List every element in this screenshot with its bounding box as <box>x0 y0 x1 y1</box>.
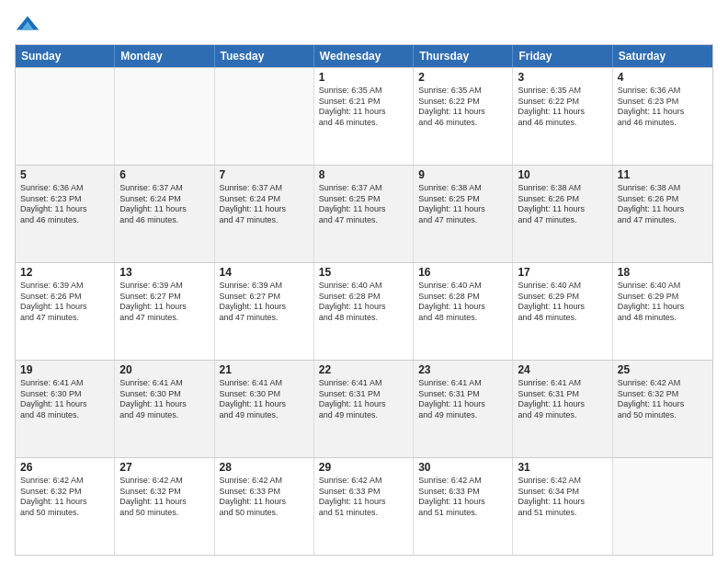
day-info: Sunrise: 6:40 AM Sunset: 6:29 PM Dayligh… <box>518 281 607 324</box>
day-info: Sunrise: 6:41 AM Sunset: 6:31 PM Dayligh… <box>319 378 408 421</box>
calendar-cell: 3Sunrise: 6:35 AM Sunset: 6:22 PM Daylig… <box>513 68 612 165</box>
calendar-cell: 26Sunrise: 6:42 AM Sunset: 6:32 PM Dayli… <box>16 458 115 555</box>
day-info: Sunrise: 6:42 AM Sunset: 6:32 PM Dayligh… <box>119 476 209 519</box>
calendar-cell <box>115 68 214 165</box>
day-number: 19 <box>20 363 109 376</box>
day-info: Sunrise: 6:42 AM Sunset: 6:33 PM Dayligh… <box>319 476 408 519</box>
calendar-header-cell: Thursday <box>414 45 513 67</box>
calendar-cell: 13Sunrise: 6:39 AM Sunset: 6:27 PM Dayli… <box>115 263 214 360</box>
day-info: Sunrise: 6:40 AM Sunset: 6:28 PM Dayligh… <box>418 281 507 324</box>
calendar-week: 19Sunrise: 6:41 AM Sunset: 6:30 PM Dayli… <box>16 360 712 457</box>
day-number: 5 <box>20 168 109 181</box>
calendar-header-cell: Monday <box>115 45 214 67</box>
day-info: Sunrise: 6:42 AM Sunset: 6:32 PM Dayligh… <box>618 378 708 421</box>
day-number: 2 <box>418 71 507 84</box>
day-info: Sunrise: 6:42 AM Sunset: 6:33 PM Dayligh… <box>220 476 309 519</box>
calendar-week: 1Sunrise: 6:35 AM Sunset: 6:21 PM Daylig… <box>16 67 712 165</box>
calendar-header-cell: Sunday <box>16 45 115 67</box>
calendar-cell: 16Sunrise: 6:40 AM Sunset: 6:28 PM Dayli… <box>414 263 513 360</box>
day-number: 17 <box>518 266 607 279</box>
calendar-cell: 1Sunrise: 6:35 AM Sunset: 6:21 PM Daylig… <box>314 68 414 165</box>
day-number: 27 <box>119 461 209 474</box>
day-number: 30 <box>418 461 507 474</box>
calendar-cell: 20Sunrise: 6:41 AM Sunset: 6:30 PM Dayli… <box>115 361 214 457</box>
calendar-cell: 19Sunrise: 6:41 AM Sunset: 6:30 PM Dayli… <box>16 361 115 457</box>
calendar-cell <box>613 458 712 555</box>
day-number: 28 <box>220 461 309 474</box>
day-number: 7 <box>220 168 309 181</box>
calendar-cell: 12Sunrise: 6:39 AM Sunset: 6:26 PM Dayli… <box>16 263 115 360</box>
calendar-header-cell: Tuesday <box>215 45 314 67</box>
day-info: Sunrise: 6:42 AM Sunset: 6:32 PM Dayligh… <box>20 476 109 519</box>
day-info: Sunrise: 6:40 AM Sunset: 6:28 PM Dayligh… <box>319 281 408 324</box>
calendar-cell: 17Sunrise: 6:40 AM Sunset: 6:29 PM Dayli… <box>513 263 612 360</box>
calendar-week: 12Sunrise: 6:39 AM Sunset: 6:26 PM Dayli… <box>16 262 712 360</box>
day-number: 18 <box>618 266 708 279</box>
day-number: 10 <box>518 168 607 181</box>
day-number: 1 <box>319 71 408 84</box>
day-number: 8 <box>319 168 408 181</box>
day-number: 26 <box>20 461 109 474</box>
calendar-cell: 23Sunrise: 6:41 AM Sunset: 6:31 PM Dayli… <box>414 361 513 457</box>
calendar-cell: 4Sunrise: 6:36 AM Sunset: 6:23 PM Daylig… <box>613 68 712 165</box>
calendar-cell: 2Sunrise: 6:35 AM Sunset: 6:22 PM Daylig… <box>414 68 513 165</box>
day-number: 20 <box>119 363 209 376</box>
calendar-cell: 7Sunrise: 6:37 AM Sunset: 6:24 PM Daylig… <box>215 166 314 262</box>
day-number: 6 <box>119 168 209 181</box>
day-number: 21 <box>220 363 309 376</box>
calendar-cell: 28Sunrise: 6:42 AM Sunset: 6:33 PM Dayli… <box>215 458 314 555</box>
calendar-cell: 5Sunrise: 6:36 AM Sunset: 6:23 PM Daylig… <box>16 166 115 262</box>
calendar-header-cell: Saturday <box>613 45 712 67</box>
calendar-week: 5Sunrise: 6:36 AM Sunset: 6:23 PM Daylig… <box>16 165 712 262</box>
day-info: Sunrise: 6:38 AM Sunset: 6:26 PM Dayligh… <box>518 183 607 226</box>
calendar: SundayMondayTuesdayWednesdayThursdayFrid… <box>15 44 713 556</box>
calendar-cell: 11Sunrise: 6:38 AM Sunset: 6:26 PM Dayli… <box>613 166 712 262</box>
day-number: 29 <box>319 461 408 474</box>
day-number: 14 <box>220 266 309 279</box>
calendar-header-cell: Wednesday <box>314 45 414 67</box>
day-info: Sunrise: 6:35 AM Sunset: 6:22 PM Dayligh… <box>518 86 607 129</box>
calendar-header-row: SundayMondayTuesdayWednesdayThursdayFrid… <box>16 45 712 67</box>
calendar-cell: 29Sunrise: 6:42 AM Sunset: 6:33 PM Dayli… <box>314 458 414 555</box>
day-number: 4 <box>618 71 708 84</box>
calendar-cell: 24Sunrise: 6:41 AM Sunset: 6:31 PM Dayli… <box>513 361 612 457</box>
calendar-week: 26Sunrise: 6:42 AM Sunset: 6:32 PM Dayli… <box>16 457 712 555</box>
day-info: Sunrise: 6:35 AM Sunset: 6:22 PM Dayligh… <box>418 86 507 129</box>
calendar-cell <box>215 68 314 165</box>
day-info: Sunrise: 6:40 AM Sunset: 6:29 PM Dayligh… <box>618 281 708 324</box>
day-info: Sunrise: 6:37 AM Sunset: 6:24 PM Dayligh… <box>119 183 209 226</box>
day-number: 22 <box>319 363 408 376</box>
day-number: 13 <box>119 266 209 279</box>
day-number: 9 <box>418 168 507 181</box>
day-number: 24 <box>518 363 607 376</box>
calendar-cell: 6Sunrise: 6:37 AM Sunset: 6:24 PM Daylig… <box>115 166 214 262</box>
calendar-cell: 25Sunrise: 6:42 AM Sunset: 6:32 PM Dayli… <box>613 361 712 457</box>
day-number: 12 <box>20 266 109 279</box>
logo-icon <box>15 11 40 37</box>
day-info: Sunrise: 6:42 AM Sunset: 6:33 PM Dayligh… <box>418 476 507 519</box>
day-info: Sunrise: 6:37 AM Sunset: 6:24 PM Dayligh… <box>220 183 309 226</box>
day-info: Sunrise: 6:38 AM Sunset: 6:25 PM Dayligh… <box>418 183 507 226</box>
calendar-cell: 8Sunrise: 6:37 AM Sunset: 6:25 PM Daylig… <box>314 166 414 262</box>
calendar-cell: 10Sunrise: 6:38 AM Sunset: 6:26 PM Dayli… <box>513 166 612 262</box>
day-number: 3 <box>518 71 607 84</box>
header <box>15 11 713 37</box>
day-info: Sunrise: 6:38 AM Sunset: 6:26 PM Dayligh… <box>618 183 708 226</box>
day-number: 31 <box>518 461 607 474</box>
day-info: Sunrise: 6:41 AM Sunset: 6:30 PM Dayligh… <box>220 378 309 421</box>
calendar-cell: 18Sunrise: 6:40 AM Sunset: 6:29 PM Dayli… <box>613 263 712 360</box>
logo <box>15 11 44 37</box>
day-info: Sunrise: 6:39 AM Sunset: 6:26 PM Dayligh… <box>20 281 109 324</box>
calendar-header-cell: Friday <box>513 45 612 67</box>
calendar-cell: 14Sunrise: 6:39 AM Sunset: 6:27 PM Dayli… <box>215 263 314 360</box>
day-number: 15 <box>319 266 408 279</box>
day-info: Sunrise: 6:36 AM Sunset: 6:23 PM Dayligh… <box>618 86 708 129</box>
day-info: Sunrise: 6:36 AM Sunset: 6:23 PM Dayligh… <box>20 183 109 226</box>
calendar-cell: 30Sunrise: 6:42 AM Sunset: 6:33 PM Dayli… <box>414 458 513 555</box>
calendar-cell: 27Sunrise: 6:42 AM Sunset: 6:32 PM Dayli… <box>115 458 214 555</box>
calendar-cell <box>16 68 115 165</box>
day-number: 25 <box>618 363 708 376</box>
day-number: 11 <box>618 168 708 181</box>
calendar-cell: 22Sunrise: 6:41 AM Sunset: 6:31 PM Dayli… <box>314 361 414 457</box>
calendar-body: 1Sunrise: 6:35 AM Sunset: 6:21 PM Daylig… <box>16 67 712 555</box>
